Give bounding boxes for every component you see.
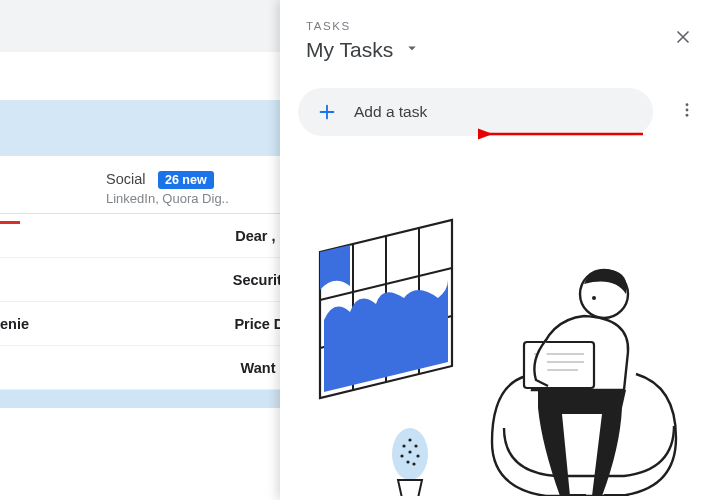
tasks-empty-illustration [300, 196, 710, 496]
gmail-email-from: enie [0, 316, 29, 332]
gmail-spacer [0, 52, 290, 100]
gmail-email-subject: Dear , R [31, 228, 290, 244]
tasks-action-row: Add a task [280, 70, 726, 142]
gmail-email-row[interactable]: Want N [0, 346, 290, 390]
gmail-email-subject: Security [29, 272, 290, 288]
gmail-highlight-strip [0, 100, 290, 156]
close-button[interactable] [666, 22, 700, 56]
svg-point-13 [414, 444, 417, 447]
svg-point-10 [392, 428, 428, 480]
tasks-kicker-label: TASKS [306, 20, 702, 32]
add-task-label: Add a task [354, 103, 427, 121]
gmail-email-row[interactable]: Dear , R [0, 214, 290, 258]
gmail-tab-label: Social [106, 171, 146, 187]
gmail-email-subject: Price Dr [64, 316, 290, 332]
gmail-email-subject: Want N [37, 360, 290, 376]
tasks-panel-header: TASKS My Tasks [280, 0, 726, 70]
more-menu-button[interactable] [667, 92, 707, 132]
gmail-tab-badge: 26 new [158, 171, 214, 189]
more-vertical-icon [678, 101, 696, 123]
add-task-button[interactable]: Add a task [298, 88, 653, 136]
svg-point-0 [686, 103, 689, 106]
gmail-highlight-strip [0, 390, 290, 408]
svg-point-16 [416, 454, 419, 457]
svg-point-1 [686, 109, 689, 112]
gmail-tab-senders: LinkedIn, Quora Dig.. [106, 191, 229, 206]
tasks-list-name: My Tasks [306, 38, 393, 62]
plus-icon [316, 101, 338, 123]
gmail-email-row[interactable]: Security [0, 258, 290, 302]
gmail-background: Social 26 new LinkedIn, Quora Dig.. Dear… [0, 0, 290, 500]
svg-point-12 [402, 444, 405, 447]
gmail-tab-active-indicator [0, 221, 20, 224]
svg-point-15 [400, 454, 403, 457]
chevron-down-icon [403, 39, 421, 61]
gmail-toolbar-strip [0, 0, 290, 52]
svg-point-18 [412, 462, 415, 465]
gmail-email-row[interactable]: enie Price Dr [0, 302, 290, 346]
svg-point-11 [408, 438, 411, 441]
svg-point-20 [592, 296, 596, 300]
gmail-tab-social[interactable]: Social 26 new LinkedIn, Quora Dig.. [0, 156, 290, 214]
svg-point-2 [686, 114, 689, 117]
svg-point-14 [408, 450, 411, 453]
tasks-list-selector[interactable]: My Tasks [306, 38, 702, 62]
close-icon [673, 27, 693, 51]
svg-point-17 [406, 460, 409, 463]
